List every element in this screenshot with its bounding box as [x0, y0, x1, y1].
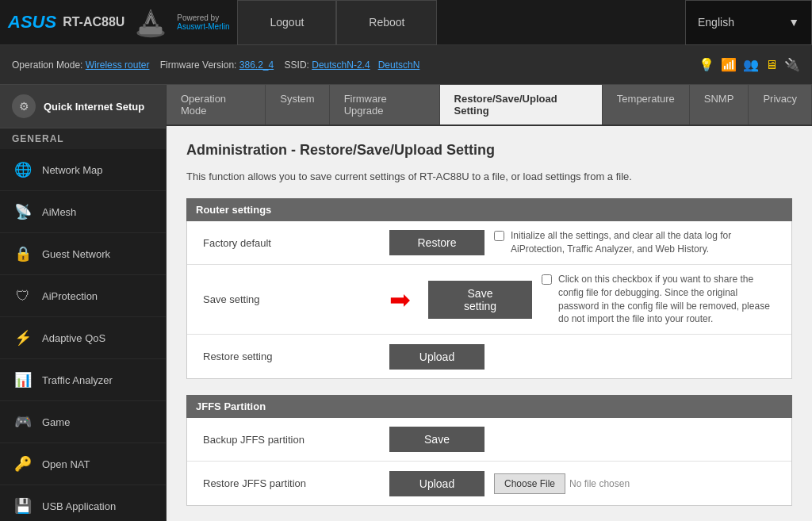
svg-rect-2 — [144, 24, 146, 28]
restore-setting-label: Restore setting — [187, 341, 377, 372]
quick-setup-icon: ⚙ — [12, 94, 36, 118]
language-selector[interactable]: English ▼ — [685, 0, 812, 45]
tab-temperature[interactable]: Temperature — [603, 85, 690, 125]
page-description: This function allows you to save current… — [186, 170, 792, 182]
svg-rect-3 — [156, 24, 159, 28]
ssid-value2[interactable]: DeutschN — [378, 59, 420, 71]
factory-default-label: Factory default — [187, 228, 377, 259]
sidebar-item-adaptive-qos[interactable]: ⚡ Adaptive QoS — [0, 317, 166, 359]
content-area: Operation Mode System Firmware Upgrade R… — [167, 85, 812, 521]
sidebar-item-aimesh[interactable]: 📡 AiMesh — [0, 191, 166, 233]
restore-checkbox-text: Initialize all the settings, and clear a… — [511, 229, 732, 256]
led-icon: 💡 — [699, 57, 714, 72]
restore-checkbox[interactable] — [494, 231, 504, 241]
tab-snmp[interactable]: SNMP — [690, 85, 749, 125]
status-icons: 💡 📶 👥 🖥 🔌 — [699, 57, 800, 72]
jffs-header: JFFS Partition — [186, 395, 792, 418]
ssid-value1[interactable]: DeutschN-2.4 — [312, 59, 370, 71]
logout-button[interactable]: Logout — [237, 0, 336, 45]
sidebar-item-aimesh-label: AiMesh — [42, 206, 76, 218]
sidebar-item-network-map[interactable]: 🌐 Network Map — [0, 149, 166, 191]
tab-firmware-upgrade[interactable]: Firmware Upgrade — [330, 85, 440, 125]
save-jffs-button[interactable]: Save — [389, 427, 485, 452]
sidebar-item-adaptive-qos-label: Adaptive QoS — [42, 332, 105, 344]
wifi-icon: 📶 — [721, 57, 737, 72]
connection-icon: 🖥 — [765, 58, 778, 72]
aimesh-icon: 📡 — [12, 201, 34, 223]
save-setting-control: ➡ Save setting Click on this checkbox if… — [377, 265, 791, 334]
upload-jffs-button[interactable]: Upload — [389, 471, 485, 496]
sidebar-item-open-nat-label: Open NAT — [42, 458, 90, 470]
sidebar-item-open-nat[interactable]: 🔑 Open NAT — [0, 443, 166, 485]
tab-privacy[interactable]: Privacy — [749, 85, 812, 125]
sidebar-item-guest-network[interactable]: 🔒 Guest Network — [0, 233, 166, 275]
factory-default-row: Factory default Restore Initialize all t… — [187, 221, 791, 265]
save-setting-button[interactable]: Save setting — [428, 281, 532, 319]
sidebar-item-network-map-label: Network Map — [42, 164, 103, 176]
ssid-label: SSID: — [285, 59, 309, 71]
save-checkbox-text: Click on this checkbox if you want to sh… — [558, 273, 779, 326]
firmware-value[interactable]: 386.2_4 — [239, 59, 274, 71]
save-checkbox-area: Click on this checkbox if you want to sh… — [542, 273, 779, 326]
arrow-indicator-icon: ➡ — [389, 285, 411, 315]
tab-operation-mode[interactable]: Operation Mode — [167, 85, 266, 125]
svg-rect-1 — [140, 27, 163, 35]
restore-jffs-row: Restore JFFS partition Upload Choose Fil… — [187, 462, 791, 505]
main-layout: ⚙ Quick Internet Setup General 🌐 Network… — [0, 85, 812, 521]
backup-jffs-row: Backup JFFS partition Save — [187, 418, 791, 462]
router-settings-table: Factory default Restore Initialize all t… — [186, 221, 792, 379]
restore-setting-row: Restore setting Upload — [187, 335, 791, 378]
reboot-button[interactable]: Reboot — [336, 0, 437, 45]
firmware-label: Firmware Version: — [160, 59, 237, 71]
restore-button[interactable]: Restore — [389, 230, 485, 255]
sidebar: ⚙ Quick Internet Setup General 🌐 Network… — [0, 85, 167, 521]
factory-default-control: Restore Initialize all the settings, and… — [377, 221, 744, 264]
jffs-section: JFFS Partition Backup JFFS partition Sav… — [186, 395, 792, 506]
sidebar-item-aiprotection[interactable]: 🛡 AiProtection — [0, 275, 166, 317]
sidebar-item-guest-network-label: Guest Network — [42, 248, 110, 260]
network-map-icon: 🌐 — [12, 159, 34, 181]
status-text: Operation Mode: Wireless router Firmware… — [12, 59, 691, 71]
save-setting-label: Save setting — [187, 284, 377, 315]
restore-jffs-label: Restore JFFS partition — [187, 468, 377, 499]
upload-button[interactable]: Upload — [389, 344, 485, 370]
sidebar-section-label: General — [0, 128, 166, 149]
header: ASUS RT-AC88U Powered by Asuswrt-Merlin … — [0, 0, 812, 45]
restore-checkbox-area: Initialize all the settings, and clear a… — [494, 229, 732, 256]
language-label: English — [698, 16, 734, 29]
router-icon — [131, 6, 170, 38]
status-bar: Operation Mode: Wireless router Firmware… — [0, 45, 812, 85]
operation-mode-value[interactable]: Wireless router — [86, 59, 150, 71]
sidebar-item-traffic-analyzer[interactable]: 📊 Traffic Analyzer — [0, 359, 166, 401]
usb-icon: 🔌 — [784, 57, 800, 72]
tab-system[interactable]: System — [266, 85, 329, 125]
powered-by: Powered by Asuswrt-Merlin — [177, 13, 229, 31]
dropdown-arrow-icon: ▼ — [788, 16, 799, 29]
tab-restore-save[interactable]: Restore/Save/Upload Setting — [440, 85, 603, 125]
asus-logo: ASUS — [8, 12, 56, 33]
sidebar-item-aiprotection-label: AiProtection — [42, 290, 98, 302]
sidebar-item-usb-application[interactable]: 💾 USB Application — [0, 485, 166, 521]
no-file-text: No file chosen — [569, 478, 630, 489]
save-setting-row: Save setting ➡ Save setting Click on thi… — [187, 265, 791, 335]
logo-area: ASUS RT-AC88U Powered by Asuswrt-Merlin — [0, 6, 237, 38]
restore-setting-control: Upload — [377, 336, 496, 377]
sidebar-item-game-label: Game — [42, 416, 70, 428]
model-name: RT-AC88U — [63, 15, 124, 29]
page-content: Administration - Restore/Save/Upload Set… — [167, 126, 812, 521]
aiprotection-icon: 🛡 — [12, 285, 34, 307]
quick-setup-item[interactable]: ⚙ Quick Internet Setup — [0, 85, 166, 128]
game-icon: 🎮 — [12, 411, 34, 433]
restore-jffs-control: Upload Choose File No file chosen — [377, 463, 642, 504]
choose-file-button[interactable]: Choose File — [494, 473, 565, 494]
sidebar-item-game[interactable]: 🎮 Game — [0, 401, 166, 443]
backup-jffs-control: Save — [377, 419, 496, 460]
operation-mode-label: Operation Mode: — [12, 59, 82, 71]
router-settings-header: Router settings — [186, 198, 792, 221]
tabs-bar: Operation Mode System Firmware Upgrade R… — [167, 85, 812, 126]
save-checkbox[interactable] — [542, 274, 552, 285]
open-nat-icon: 🔑 — [12, 453, 34, 475]
backup-jffs-label: Backup JFFS partition — [187, 424, 377, 455]
quick-setup-label: Quick Internet Setup — [44, 101, 144, 113]
traffic-analyzer-icon: 📊 — [12, 369, 34, 391]
